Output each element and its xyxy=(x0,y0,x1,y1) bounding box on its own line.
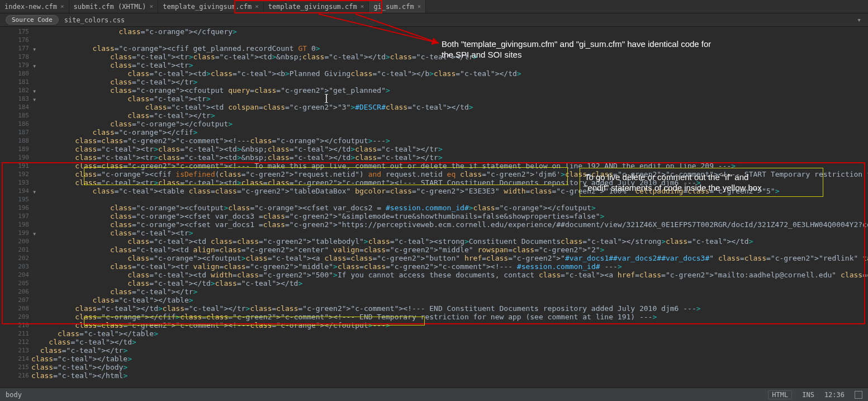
source-code-button[interactable]: Source Code xyxy=(6,15,59,25)
file-tab-0[interactable]: index-new.cfm × xyxy=(0,0,69,13)
filter-icon[interactable]: ▾ xyxy=(857,16,861,24)
code-editor[interactable]: 175176177▼178179▼180181182▼183▼184185186… xyxy=(0,27,868,388)
annotation-text-top: Both "template_givingsum.cfm" and "gi_su… xyxy=(442,39,766,60)
close-icon[interactable]: × xyxy=(150,3,154,10)
file-tab-label: template_givingsum.cfm xyxy=(268,3,357,11)
related-file-link[interactable]: site_colors.css xyxy=(64,16,125,24)
file-tab-4[interactable]: gi_sum.cfm × xyxy=(369,0,426,13)
annotation-text-line: "endif" statements of code inside the ye… xyxy=(585,182,819,193)
annotation-text-line: Both "template_givingsum.cfm" and "gi_su… xyxy=(442,39,766,49)
close-icon[interactable]: × xyxy=(60,3,64,10)
status-bar: body HTML INS 12:36 xyxy=(0,388,868,401)
close-icon[interactable]: × xyxy=(361,3,364,10)
close-icon[interactable]: × xyxy=(418,3,421,10)
annotation-text-line: the SPI and SOI sites xyxy=(442,49,766,60)
file-tab-label: template_givingsum.cfm xyxy=(163,3,252,11)
language-indicator[interactable]: HTML xyxy=(768,390,792,399)
file-tab-label: submit.cfm (XHTML) xyxy=(74,3,146,11)
breadcrumb-path[interactable]: body xyxy=(6,391,22,399)
annotation-text-line: To go live delete or comment out the "if… xyxy=(585,172,819,182)
annotation-text-right: To go live delete or comment out the "if… xyxy=(585,172,819,193)
insert-mode-indicator[interactable]: INS xyxy=(802,391,814,399)
panel-toggle-icon[interactable] xyxy=(855,391,862,399)
file-tab-label: gi_sum.cfm xyxy=(373,3,414,11)
line-number-gutter: 175176177▼178179▼180181182▼183▼184185186… xyxy=(0,27,31,388)
editor-sub-toolbar: Source Code site_colors.css ▾ xyxy=(0,13,868,27)
file-tab-3[interactable]: template_givingsum.cfm × xyxy=(264,0,369,13)
code-content[interactable]: class="c-orange"></cfquery> class="c-ora… xyxy=(31,27,868,388)
file-tab-1[interactable]: submit.cfm (XHTML) × xyxy=(69,0,159,13)
file-tab-label: index-new.cfm xyxy=(4,3,57,11)
text-cursor-icon xyxy=(326,94,327,103)
file-tabs-bar: index-new.cfm × submit.cfm (XHTML) × tem… xyxy=(0,0,868,13)
close-icon[interactable]: × xyxy=(255,3,259,10)
file-tab-2[interactable]: template_givingsum.cfm × xyxy=(158,0,264,13)
cursor-position: 12:36 xyxy=(824,391,845,399)
